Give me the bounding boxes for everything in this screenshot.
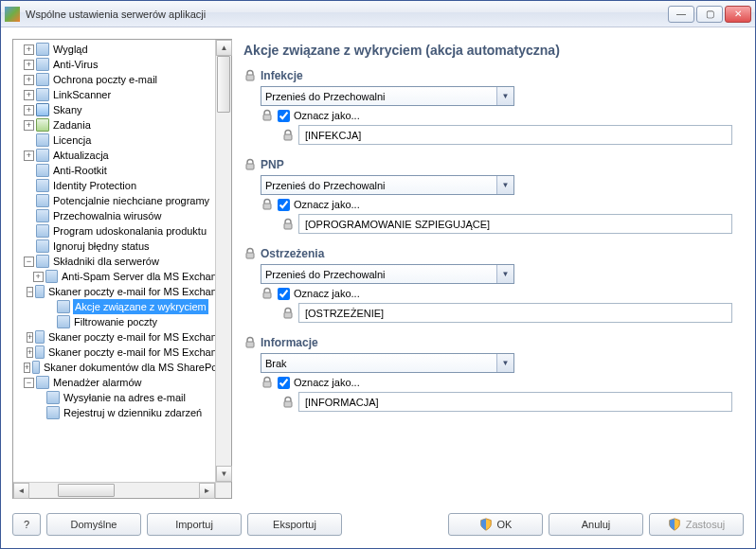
- import-button[interactable]: Importuj: [147, 513, 242, 536]
- tree-item[interactable]: Rejestruj w dzienniku zdarzeń: [13, 405, 231, 420]
- action-combo[interactable]: Przenieś do Przechowalni▼: [261, 175, 514, 195]
- tree-item[interactable]: Przechowalnia wirusów: [13, 208, 231, 223]
- horizontal-scrollbar[interactable]: ◄ ►: [13, 482, 215, 498]
- collapse-icon[interactable]: −: [24, 378, 34, 388]
- expand-icon[interactable]: +: [27, 347, 34, 358]
- tree-item[interactable]: Potencjalnie niechciane programy: [13, 193, 231, 208]
- tree-item[interactable]: +Aktualizacja: [13, 148, 231, 163]
- action-combo[interactable]: Przenieś do Przechowalni▼: [261, 264, 514, 284]
- cancel-button[interactable]: Anuluj: [549, 513, 643, 536]
- mark-value-input[interactable]: [OSTRZEŻENIE]: [298, 303, 732, 323]
- apply-button[interactable]: Zastosuj: [649, 513, 744, 536]
- tree-item[interactable]: +Skany: [13, 102, 231, 117]
- expand-icon[interactable]: +: [24, 44, 34, 55]
- mark-value-input[interactable]: [INFEKCJA]: [298, 125, 732, 145]
- lock-icon[interactable]: [243, 247, 257, 260]
- mark-checkbox[interactable]: [278, 377, 290, 389]
- tree-item[interactable]: Akcje związane z wykryciem: [13, 299, 231, 314]
- mark-value-input[interactable]: [OPROGRAMOWANIE SZPIEGUJĄCE]: [298, 214, 732, 234]
- lock-icon[interactable]: [261, 376, 274, 389]
- scroll-left-button[interactable]: ◄: [13, 483, 29, 499]
- tree-item[interactable]: +Skaner dokumentów dla MS SharePoint: [13, 360, 231, 375]
- chevron-down-icon[interactable]: ▼: [496, 265, 513, 283]
- expand-icon[interactable]: +: [24, 75, 34, 85]
- expand-icon[interactable]: +: [24, 105, 34, 115]
- lock-icon[interactable]: [261, 109, 274, 122]
- lock-icon[interactable]: [261, 198, 274, 211]
- expand-icon[interactable]: +: [33, 272, 44, 282]
- tree-item[interactable]: Filtrowanie poczty: [13, 314, 231, 329]
- ok-button[interactable]: OK: [448, 513, 543, 536]
- lock-icon[interactable]: [243, 336, 257, 349]
- defaults-button[interactable]: Domyślne: [46, 513, 141, 536]
- tree-item[interactable]: Wysyłanie na adres e-mail: [13, 390, 231, 405]
- scroll-up-button[interactable]: ▲: [216, 40, 232, 56]
- tree-node-icon: [57, 315, 70, 328]
- tree-item-label: Anti-Spam Server dla MS Exchange: [61, 269, 229, 284]
- tree-item[interactable]: +LinkScanner: [13, 87, 231, 102]
- mark-checkbox[interactable]: [278, 199, 290, 211]
- action-combo[interactable]: Brak▼: [261, 353, 514, 373]
- chevron-down-icon[interactable]: ▼: [496, 354, 513, 372]
- tree-item[interactable]: +Anti-Virus: [13, 57, 231, 72]
- collapse-icon[interactable]: −: [27, 287, 34, 297]
- scroll-corner: [215, 482, 231, 498]
- lock-icon: [261, 376, 274, 389]
- expand-icon[interactable]: +: [24, 60, 34, 70]
- lock-icon[interactable]: [243, 158, 257, 171]
- tree-node-icon: [36, 118, 49, 132]
- tree-item[interactable]: +Ochrona poczty e-mail: [13, 72, 231, 87]
- collapse-icon[interactable]: −: [24, 257, 34, 267]
- expand-icon[interactable]: +: [24, 151, 34, 161]
- tree-item[interactable]: −Menadżer alarmów: [13, 375, 231, 390]
- hscroll-thumb[interactable]: [58, 484, 115, 497]
- tree-item[interactable]: Identity Protection: [13, 178, 231, 193]
- tree-item[interactable]: Program udoskonalania produktu: [13, 223, 231, 239]
- tree-item[interactable]: −Skaner poczty e-mail for MS Exchange: [13, 284, 231, 299]
- tree-item[interactable]: +Skaner poczty e-mail for MS Exchange: [13, 329, 231, 345]
- scroll-right-button[interactable]: ►: [199, 483, 215, 499]
- lock-icon[interactable]: [281, 218, 295, 231]
- tree[interactable]: +Wygląd+Anti-Virus+Ochrona poczty e-mail…: [13, 40, 231, 422]
- tree-item[interactable]: Anti-Rootkit: [13, 163, 231, 178]
- mark-row: Oznacz jako...: [261, 376, 736, 389]
- vscroll-track[interactable]: [216, 56, 231, 466]
- expand-icon[interactable]: +: [27, 332, 34, 343]
- tree-node-icon: [36, 133, 49, 147]
- lock-icon[interactable]: [281, 307, 295, 320]
- mark-value-input[interactable]: [INFORMACJA]: [298, 392, 732, 412]
- minimize-button[interactable]: —: [668, 6, 694, 23]
- expand-icon[interactable]: +: [24, 120, 34, 131]
- hscroll-track[interactable]: [29, 483, 199, 498]
- tree-spacer: [34, 393, 45, 403]
- mark-checkbox[interactable]: [278, 110, 290, 122]
- tree-item[interactable]: +Anti-Spam Server dla MS Exchange: [13, 269, 231, 284]
- chevron-down-icon[interactable]: ▼: [496, 87, 513, 105]
- tree-item[interactable]: +Skaner poczty e-mail for MS Exchange: [13, 345, 231, 360]
- tree-node-icon: [36, 103, 49, 116]
- expand-icon[interactable]: +: [24, 363, 30, 373]
- expand-icon[interactable]: +: [24, 90, 34, 100]
- lock-icon[interactable]: [243, 69, 257, 82]
- scroll-down-button[interactable]: ▼: [216, 466, 232, 482]
- tree-item[interactable]: Ignoruj błędny status: [13, 239, 231, 254]
- chevron-down-icon[interactable]: ▼: [496, 176, 513, 194]
- tree-item[interactable]: +Zadania: [13, 117, 231, 133]
- tree-item[interactable]: −Składniki dla serwerów: [13, 254, 231, 269]
- export-button[interactable]: Eksportuj: [247, 513, 342, 536]
- section-header: PNP: [243, 158, 736, 171]
- tree-item[interactable]: Licencja: [13, 133, 231, 148]
- action-combo[interactable]: Przenieś do Przechowalni▼: [261, 86, 514, 106]
- section-header: Infekcje: [243, 69, 736, 82]
- help-button[interactable]: ?: [12, 513, 41, 536]
- tree-item[interactable]: +Wygląd: [13, 42, 231, 57]
- lock-icon[interactable]: [261, 287, 274, 300]
- vertical-scrollbar[interactable]: ▲ ▼: [215, 40, 231, 482]
- maximize-button[interactable]: ▢: [696, 6, 723, 23]
- close-button[interactable]: ✕: [725, 6, 751, 23]
- lock-icon[interactable]: [281, 129, 295, 142]
- vscroll-thumb[interactable]: [217, 56, 230, 113]
- tree-item-label: Skaner poczty e-mail for MS Exchange: [47, 345, 229, 360]
- mark-checkbox[interactable]: [278, 288, 290, 300]
- lock-icon[interactable]: [281, 396, 295, 409]
